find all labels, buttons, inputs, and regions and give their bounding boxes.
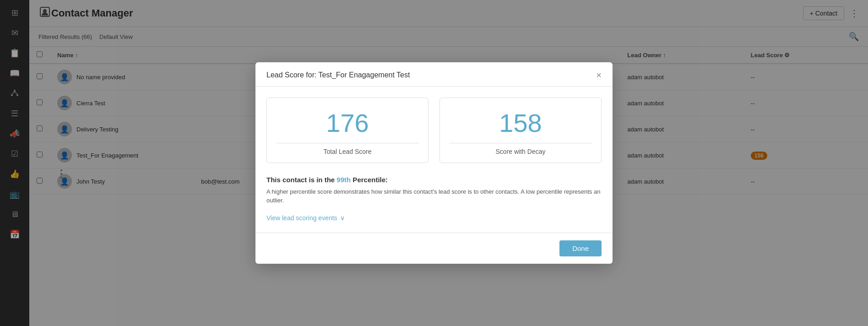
modal-body: 176 Total Lead Score 158 Score with Deca… [255, 87, 613, 233]
percentile-text-after: Percentile: [351, 176, 388, 184]
modal-close-button[interactable]: × [596, 71, 602, 80]
decay-score-label: Score with Decay [449, 143, 592, 155]
percentile-text-before: This contact is in the [266, 176, 336, 184]
percentile-title: This contact is in the 99th Percentile: [266, 176, 602, 184]
percentile-value: 99th [336, 176, 351, 184]
decay-score-card: 158 Score with Decay [439, 98, 602, 163]
modal-title: Lead Score for: Test_For Enagagement Tes… [266, 71, 410, 79]
total-score-number: 176 [276, 109, 419, 137]
view-events-label: View lead scoring events [266, 214, 337, 222]
modal-header: Lead Score for: Test_For Enagagement Tes… [255, 62, 613, 87]
modal-footer: Done [255, 233, 613, 264]
modal-overlay: Lead Score for: Test_For Enagagement Tes… [0, 0, 868, 326]
score-cards: 176 Total Lead Score 158 Score with Deca… [266, 98, 602, 163]
done-button[interactable]: Done [559, 240, 602, 256]
percentile-description: A higher percentile score demonstrates h… [266, 187, 602, 205]
total-score-label: Total Lead Score [276, 143, 419, 155]
chevron-down-icon: ∨ [340, 214, 345, 222]
percentile-section: This contact is in the 99th Percentile: … [266, 176, 602, 205]
decay-score-number: 158 [449, 109, 592, 137]
view-events-link[interactable]: View lead scoring events ∨ [266, 214, 602, 222]
lead-score-modal: Lead Score for: Test_For Enagagement Tes… [255, 62, 613, 264]
total-score-card: 176 Total Lead Score [266, 98, 429, 163]
